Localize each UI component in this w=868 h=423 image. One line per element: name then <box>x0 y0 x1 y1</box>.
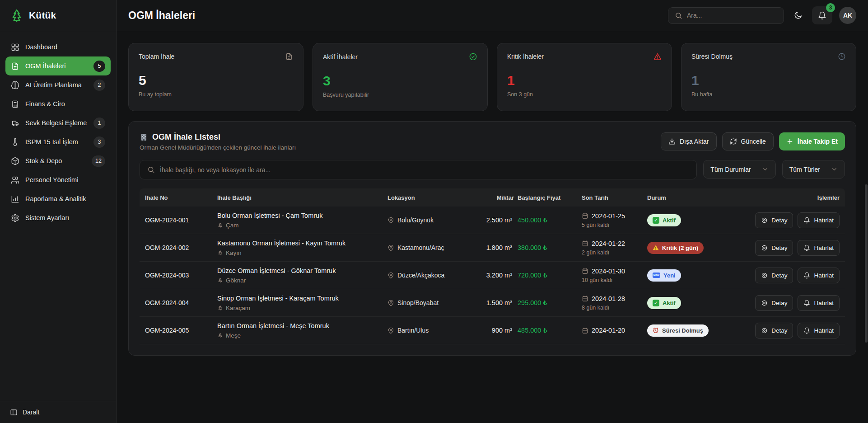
column-ihale-no: İhale No <box>145 194 217 201</box>
tender-date: 2024-01-22 <box>592 240 625 247</box>
detail-button[interactable]: Detay <box>755 212 793 228</box>
tender-date: 2024-01-30 <box>592 268 625 275</box>
remind-button[interactable]: Hatırlat <box>798 268 840 283</box>
bell-icon <box>803 244 810 251</box>
tender-location: Bolu/Göynük <box>397 216 434 224</box>
eye-icon <box>761 300 768 306</box>
stat-sub: Son 3 gün <box>507 91 662 98</box>
status-badge: ✓Aktif <box>647 214 681 226</box>
remind-button[interactable]: Hatırlat <box>798 240 840 256</box>
tender-title: Bolu Orman İşletmesi - Çam Tomruk <box>217 212 387 219</box>
sidebar-item-ispm15[interactable]: ISPM 15 Isıl İşlem 3 <box>5 132 111 151</box>
global-search[interactable] <box>668 7 784 24</box>
sidebar-item-sevk-belgesi[interactable]: Sevk Belgesi Eşleme 1 <box>5 113 111 132</box>
map-pin-icon <box>387 217 394 224</box>
refresh-label: Güncelle <box>741 138 766 145</box>
bell-icon <box>803 272 810 279</box>
sidebar-item-personel[interactable]: Personel Yönetimi <box>5 170 111 189</box>
sidebar-item-sistem-ayarlari[interactable]: Sistem Ayarları <box>5 208 111 227</box>
status-filter-value: Tüm Durumlar <box>710 166 751 173</box>
tree-icon <box>217 250 223 256</box>
tender-table: İhale No İhale Başlığı Lokasyon Miktar B… <box>140 188 845 344</box>
refresh-button[interactable]: Güncelle <box>722 132 774 150</box>
tree-icon <box>217 222 223 228</box>
sidebar-item-label: AI Üretim Planlama <box>25 81 88 89</box>
column-son-tarih: Son Tarih <box>582 194 647 201</box>
table-row: OGM-2024-001 Bolu Orman İşletmesi - Çam … <box>140 207 845 234</box>
status-badge: Kritik (2 gün) <box>647 242 704 254</box>
map-pin-icon <box>387 327 394 334</box>
detail-button[interactable]: Detay <box>755 268 793 283</box>
tree-logo-icon <box>10 9 23 22</box>
tender-location: Sinop/Boyabat <box>397 299 439 306</box>
detail-button[interactable]: Detay <box>755 240 793 256</box>
tender-quantity: 3.200 m³ <box>469 272 514 279</box>
tender-no: OGM-2024-002 <box>145 244 217 251</box>
table-row: OGM-2024-003 Düzce Orman İşletmesi - Gök… <box>140 262 845 289</box>
sidebar-item-finans-ciro[interactable]: Finans & Ciro <box>5 94 111 113</box>
track-tender-button[interactable]: İhale Takip Et <box>779 132 845 150</box>
calendar-icon <box>582 240 588 247</box>
main-area: OGM İhaleleri 3 AK Toplam İhale <box>117 0 868 423</box>
table-row: OGM-2024-004 Sinop Orman İşletmesi - Kar… <box>140 289 845 317</box>
file-text-icon <box>285 52 293 61</box>
stat-label: Kritik İhaleler <box>507 53 544 60</box>
user-avatar[interactable]: AK <box>839 7 856 24</box>
bell-icon <box>803 300 810 306</box>
sidebar-item-raporlama[interactable]: Raporlama & Analitik <box>5 189 111 208</box>
global-search-input[interactable] <box>687 12 777 19</box>
content: Toplam İhale 5 Bu ay toplam Aktif İhalel… <box>117 31 868 423</box>
page-title: OGM İhaleleri <box>128 9 195 22</box>
notifications-button[interactable]: 3 <box>812 6 832 24</box>
search-icon <box>675 12 682 19</box>
tree-icon <box>217 333 223 338</box>
stat-sub: Bu ay toplam <box>139 91 293 98</box>
detail-button[interactable]: Detay <box>755 295 793 311</box>
check-emoji-icon: ✓ <box>653 300 659 306</box>
tender-no: OGM-2024-001 <box>145 216 217 224</box>
sidebar-badge: 1 <box>93 118 105 129</box>
remind-button[interactable]: Hatırlat <box>798 295 840 311</box>
status-filter-select[interactable]: Tüm Durumlar <box>703 160 775 179</box>
chart-icon <box>11 195 19 203</box>
tender-quantity: 1.800 m³ <box>469 244 514 251</box>
calendar-icon <box>582 327 588 334</box>
tender-search-input[interactable] <box>160 166 689 174</box>
sidebar-item-ogm-ihaleleri[interactable]: OGM İhaleleri 5 <box>5 56 111 75</box>
tender-quantity: 1.500 m³ <box>469 299 514 306</box>
panel-title: OGM İhale Listesi <box>152 132 220 142</box>
collapse-icon <box>10 409 18 416</box>
tender-quantity: 900 m³ <box>469 327 514 334</box>
stat-cards: Toplam İhale 5 Bu ay toplam Aktif İhalel… <box>128 43 856 111</box>
tender-search[interactable] <box>140 160 697 179</box>
table-row: OGM-2024-002 Kastamonu Orman İşletmesi -… <box>140 234 845 262</box>
eye-icon <box>761 327 768 334</box>
moon-icon <box>793 11 803 20</box>
theme-toggle-button[interactable] <box>791 8 805 23</box>
type-filter-select[interactable]: Tüm Türler <box>782 160 845 179</box>
tender-days-left: 2 gün kaldı <box>582 249 647 256</box>
tender-price: 380.000 ₺ <box>514 244 582 251</box>
sidebar-item-ai-uretim-planlama[interactable]: AI Üretim Planlama 2 <box>5 75 111 94</box>
users-icon <box>11 176 19 184</box>
tender-price: 450.000 ₺ <box>514 216 582 224</box>
bell-icon <box>803 327 810 334</box>
tender-no: OGM-2024-003 <box>145 272 217 279</box>
export-button[interactable]: Dışa Aktar <box>661 132 717 150</box>
chevron-down-icon <box>762 166 769 173</box>
detail-button[interactable]: Detay <box>755 323 793 338</box>
sidebar-badge: 2 <box>93 80 105 91</box>
tender-species: Kayın <box>226 249 242 256</box>
sidebar-item-stok-depo[interactable]: Stok & Depo 12 <box>5 151 111 170</box>
stat-label: Aktif İhaleler <box>323 53 358 61</box>
sidebar-collapse-button[interactable]: Daralt <box>0 401 116 423</box>
remind-button[interactable]: Hatırlat <box>798 323 840 338</box>
scrollbar-thumb[interactable] <box>865 184 868 343</box>
remind-button[interactable]: Hatırlat <box>798 212 840 228</box>
tender-price: 720.000 ₺ <box>514 272 582 279</box>
track-tender-label: İhale Takip Et <box>798 138 838 145</box>
sidebar-badge: 12 <box>92 155 105 167</box>
eye-icon <box>761 244 768 251</box>
sidebar-item-dashboard[interactable]: Dashboard <box>5 38 111 56</box>
brain-icon <box>11 81 19 89</box>
